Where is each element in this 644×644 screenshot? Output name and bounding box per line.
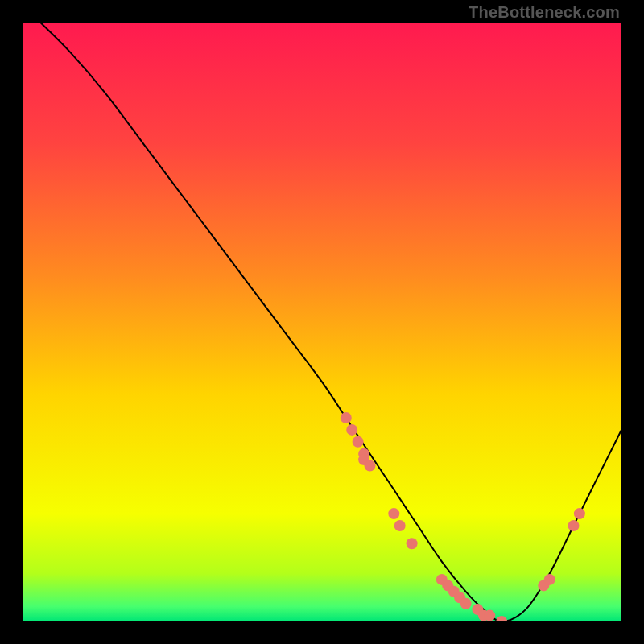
data-marker (388, 508, 399, 519)
data-marker (574, 508, 585, 519)
attribution-label: TheBottleneck.com (469, 3, 620, 22)
gradient-background (23, 23, 621, 621)
data-marker (407, 538, 418, 549)
chart-area (23, 23, 621, 621)
data-marker (484, 610, 495, 621)
bottleneck-plot (23, 23, 621, 621)
data-marker (365, 460, 376, 472)
data-marker (568, 520, 580, 531)
data-marker (353, 436, 364, 448)
data-marker (544, 574, 555, 585)
data-marker (460, 598, 472, 609)
data-marker (346, 424, 357, 436)
data-marker (341, 412, 352, 423)
data-marker (394, 520, 406, 531)
